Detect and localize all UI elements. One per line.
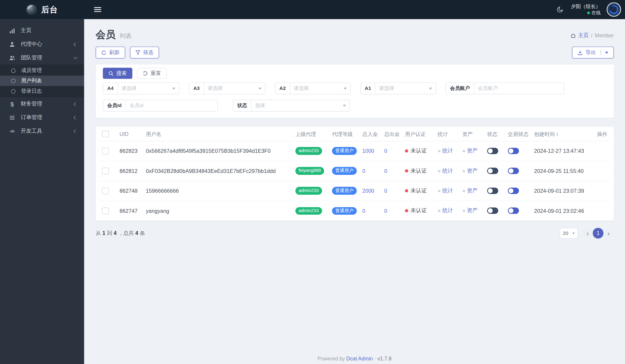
refresh-button[interactable]: 刷新 xyxy=(96,47,125,59)
dcat-admin-link[interactable]: Dcat Admin xyxy=(346,356,373,361)
column-header-level: 代理等级 xyxy=(330,127,360,141)
filter-status-select[interactable]: 状态 选择 xyxy=(233,100,350,112)
deposit-link[interactable]: 0 xyxy=(362,208,365,214)
auth-status: 未认证 xyxy=(411,188,427,193)
stats-link[interactable]: 统计 xyxy=(442,188,453,193)
chevron-down-icon xyxy=(344,87,347,89)
sidebar-item-orders[interactable]: 订单管理 xyxy=(0,111,84,124)
next-page-button[interactable]: › xyxy=(603,228,614,238)
trade-status-toggle[interactable] xyxy=(508,208,519,214)
assets-link[interactable]: 资产 xyxy=(467,208,478,213)
deposit-link[interactable]: 0 xyxy=(362,168,365,174)
trade-status-toggle[interactable] xyxy=(508,188,519,194)
select-placeholder: 请选择 xyxy=(121,85,136,92)
column-header-uid: UID xyxy=(117,127,144,141)
filter-a3-select[interactable]: A3 请选择 xyxy=(189,82,266,94)
logo-icon xyxy=(26,4,37,15)
chevrons-right-icon: » xyxy=(438,188,441,193)
chevron-down-icon xyxy=(172,87,175,89)
sidebar-item-finance[interactable]: $ 财务管理 xyxy=(0,97,84,111)
column-header-created[interactable]: 创建时间↑ xyxy=(532,127,595,141)
download-icon xyxy=(578,50,583,55)
status-toggle[interactable] xyxy=(487,208,498,214)
assets-link[interactable]: 资产 xyxy=(467,148,478,153)
chevron-down-icon xyxy=(429,87,432,89)
filter-a2-select[interactable]: A2 请选择 xyxy=(275,82,351,94)
cell-username: 0x566267a4df8549f5a3915E075B3b15F394d1E3… xyxy=(144,141,293,161)
status-toggle[interactable] xyxy=(487,188,498,194)
code-icon: </> xyxy=(9,129,16,133)
cell-username: 15966666666 xyxy=(144,181,293,200)
user-status: 在线 xyxy=(592,10,601,16)
filter-member-id-group: 会员Id xyxy=(103,100,218,112)
sort-ascending-icon: ↑ xyxy=(556,131,558,137)
user-menu[interactable]: 夕阳（组长） 在线 xyxy=(571,3,601,16)
column-header-agent: 上级代理 xyxy=(293,127,330,141)
sidebar-item-dev-tools[interactable]: </> 开发工具 xyxy=(0,124,84,138)
filter-a1-select[interactable]: A1 请选择 xyxy=(360,82,436,94)
withdraw-link[interactable]: 0 xyxy=(384,168,387,174)
sidebar-item-label: 代理中心 xyxy=(21,41,74,48)
row-checkbox[interactable] xyxy=(102,167,109,174)
row-checkbox[interactable] xyxy=(102,207,109,214)
stats-link[interactable]: 统计 xyxy=(442,168,453,174)
cell-actions xyxy=(595,201,610,221)
reset-button[interactable]: 重置 xyxy=(137,68,167,79)
select-all-checkbox[interactable] xyxy=(102,131,109,138)
assets-link[interactable]: 资产 xyxy=(467,188,478,193)
trade-status-toggle[interactable] xyxy=(508,148,519,154)
sidebar-item-member-manage[interactable]: 成员管理 xyxy=(0,65,84,76)
sidebar-item-agent-center[interactable]: 代理中心 xyxy=(0,37,84,51)
chevrons-right-icon: » xyxy=(438,208,441,213)
filter-a4-select[interactable]: A4 请选择 xyxy=(103,82,180,94)
filter-button[interactable]: 筛选 xyxy=(130,47,159,59)
cell-created: 2024-09-01 23:02:46 xyxy=(532,201,595,221)
cell-created: 2024-09-01 23:07:39 xyxy=(532,181,595,200)
cell-created: 2024-12-27 13:47:43 xyxy=(532,141,595,161)
breadcrumb-home-link[interactable]: 主页 xyxy=(578,32,589,39)
deposit-link[interactable]: 2000 xyxy=(362,188,374,194)
sidebar-item-label: 主页 xyxy=(21,27,77,34)
page-footer: Powered by Dcat Admin · v1.7.8 xyxy=(84,356,625,361)
page-size-select[interactable]: 20 xyxy=(560,228,578,238)
sidebar-item-label: 开发工具 xyxy=(21,127,74,135)
avatar[interactable] xyxy=(607,2,621,17)
status-toggle[interactable] xyxy=(487,168,498,174)
search-button[interactable]: 搜索 xyxy=(103,68,132,79)
sidebar-toggle-button[interactable] xyxy=(94,7,101,12)
sidebar-item-label: 成员管理 xyxy=(21,67,77,74)
filter-label: A2 xyxy=(275,83,290,94)
assets-link[interactable]: 资产 xyxy=(467,168,478,174)
account-input[interactable] xyxy=(474,83,564,94)
unverified-dot-icon xyxy=(405,169,408,173)
sidebar-item-user-list[interactable]: 用户列表 xyxy=(0,76,84,86)
auth-status: 未认证 xyxy=(411,208,427,213)
app-logo[interactable]: 后台 xyxy=(0,0,84,19)
sidebar-item-team[interactable]: 团队管理 xyxy=(0,51,84,65)
dark-mode-toggle[interactable] xyxy=(555,5,565,14)
status-toggle[interactable] xyxy=(487,148,498,154)
withdraw-link[interactable]: 0 xyxy=(384,148,387,154)
export-button[interactable]: 导出 xyxy=(572,47,614,59)
table-row: 862747 yangyang admin233 普通用户 0 0 未认证 »统… xyxy=(100,201,610,221)
page-1-button[interactable]: 1 xyxy=(593,228,604,238)
deposit-link[interactable]: 1000 xyxy=(362,148,374,154)
stats-link[interactable]: 统计 xyxy=(442,148,453,153)
withdraw-link[interactable]: 0 xyxy=(384,208,387,214)
filter-label: A4 xyxy=(103,83,118,94)
sidebar-item-home[interactable]: 主页 xyxy=(0,24,84,38)
stats-link[interactable]: 统计 xyxy=(442,208,453,213)
withdraw-link[interactable]: 0 xyxy=(384,188,387,194)
funnel-icon xyxy=(135,50,140,55)
filter-label: A3 xyxy=(189,83,204,94)
member-id-input[interactable] xyxy=(126,100,217,111)
auth-status: 未认证 xyxy=(411,168,427,174)
row-checkbox[interactable] xyxy=(102,148,109,154)
sidebar-item-login-log[interactable]: 登录日志 xyxy=(0,86,84,96)
level-badge: 普通用户 xyxy=(332,147,357,155)
trade-status-toggle[interactable] xyxy=(508,168,519,174)
prev-page-button[interactable]: ‹ xyxy=(582,228,593,238)
sidebar-item-label: 用户列表 xyxy=(21,77,77,84)
row-checkbox[interactable] xyxy=(102,188,109,194)
main-content: 会员 列表 主页 / Member 刷新 xyxy=(84,19,625,364)
